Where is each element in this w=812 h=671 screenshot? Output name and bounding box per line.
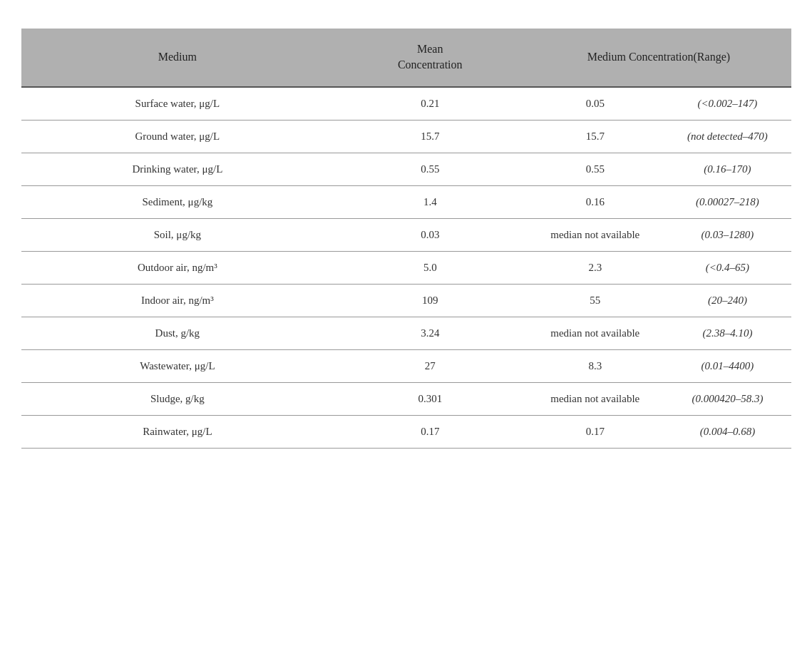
cell-medium: Indoor air, ng/m³ [21, 284, 334, 317]
table-row: Wastewater, μg/L278.3(0.01–4400) [21, 349, 791, 382]
cell-medium: Sediment, μg/kg [21, 185, 334, 218]
cell-mean: 27 [334, 349, 526, 382]
cell-range: (0.000420–58.3) [664, 382, 791, 415]
table-wrapper: Medium MeanConcentration Medium Concentr… [21, 29, 791, 449]
header-mean-concentration: MeanConcentration [334, 29, 526, 87]
cell-range: (0.16–170) [664, 153, 791, 185]
header-medium-concentration: Medium Concentration(Range) [526, 29, 791, 87]
cell-medium: Dust, g/kg [21, 317, 334, 349]
table-row: Drinking water, μg/L0.550.55(0.16–170) [21, 153, 791, 185]
cell-range: (not detected–470) [664, 120, 791, 153]
table-row: Sludge, g/kg0.301median not available(0.… [21, 382, 791, 415]
cell-median: median not available [526, 382, 664, 415]
table-row: Rainwater, μg/L0.170.17(0.004–0.68) [21, 415, 791, 448]
cell-mean: 3.24 [334, 317, 526, 349]
cell-medium: Soil, μg/kg [21, 218, 334, 251]
cell-mean: 15.7 [334, 120, 526, 153]
cell-mean: 5.0 [334, 251, 526, 284]
cell-medium: Outdoor air, ng/m³ [21, 251, 334, 284]
cell-range: (0.004–0.68) [664, 415, 791, 448]
cell-median: 8.3 [526, 349, 664, 382]
cell-mean: 1.4 [334, 185, 526, 218]
table-row: Surface water, μg/L0.210.05(<0.002–147) [21, 87, 791, 121]
cell-medium: Wastewater, μg/L [21, 349, 334, 382]
data-table: Medium MeanConcentration Medium Concentr… [21, 29, 791, 449]
cell-mean: 0.03 [334, 218, 526, 251]
cell-medium: Ground water, μg/L [21, 120, 334, 153]
cell-median: median not available [526, 218, 664, 251]
cell-mean: 0.55 [334, 153, 526, 185]
cell-mean: 0.21 [334, 87, 526, 121]
cell-range: (0.01–4400) [664, 349, 791, 382]
cell-range: (20–240) [664, 284, 791, 317]
cell-median: 15.7 [526, 120, 664, 153]
table-header-row: Medium MeanConcentration Medium Concentr… [21, 29, 791, 87]
cell-median: 2.3 [526, 251, 664, 284]
cell-median: 0.55 [526, 153, 664, 185]
cell-medium: Rainwater, μg/L [21, 415, 334, 448]
cell-mean: 0.17 [334, 415, 526, 448]
cell-medium: Surface water, μg/L [21, 87, 334, 121]
cell-range: (<0.002–147) [664, 87, 791, 121]
cell-median: 0.17 [526, 415, 664, 448]
cell-median: median not available [526, 317, 664, 349]
table-row: Soil, μg/kg0.03median not available(0.03… [21, 218, 791, 251]
table-row: Indoor air, ng/m³10955(20–240) [21, 284, 791, 317]
cell-mean: 109 [334, 284, 526, 317]
cell-mean: 0.301 [334, 382, 526, 415]
cell-range: (<0.4–65) [664, 251, 791, 284]
cell-range: (0.03–1280) [664, 218, 791, 251]
header-medium: Medium [21, 29, 334, 87]
cell-medium: Drinking water, μg/L [21, 153, 334, 185]
cell-median: 0.05 [526, 87, 664, 121]
cell-range: (0.00027–218) [664, 185, 791, 218]
table-row: Sediment, μg/kg1.40.16(0.00027–218) [21, 185, 791, 218]
cell-medium: Sludge, g/kg [21, 382, 334, 415]
cell-median: 0.16 [526, 185, 664, 218]
table-row: Ground water, μg/L15.715.7(not detected–… [21, 120, 791, 153]
cell-median: 55 [526, 284, 664, 317]
cell-range: (2.38–4.10) [664, 317, 791, 349]
table-row: Dust, g/kg3.24median not available(2.38–… [21, 317, 791, 349]
table-row: Outdoor air, ng/m³5.02.3(<0.4–65) [21, 251, 791, 284]
